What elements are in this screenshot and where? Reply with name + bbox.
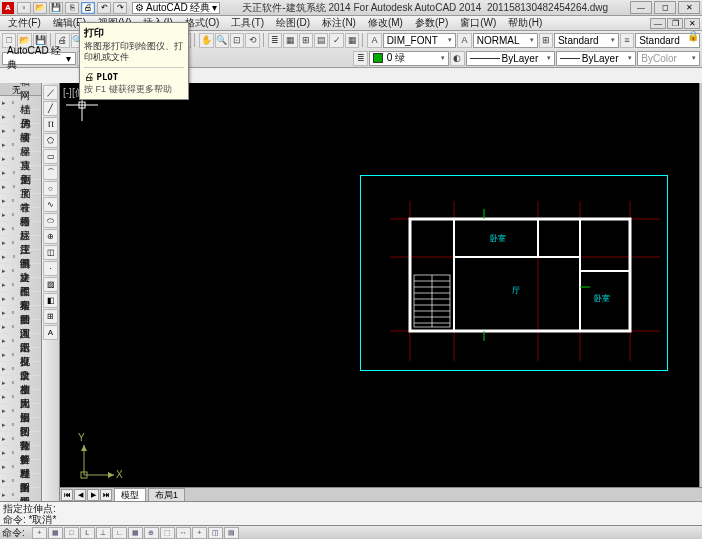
doc-minimize-button[interactable]: —: [650, 18, 666, 29]
vt-region-icon[interactable]: ◧: [43, 293, 58, 308]
autocad-logo-icon[interactable]: A: [2, 2, 14, 14]
tb-markup-icon[interactable]: ✓: [329, 33, 343, 48]
menu-modify[interactable]: 修改(M): [362, 16, 409, 30]
status-toggle-6[interactable]: ▦: [128, 527, 143, 539]
doc-restore-button[interactable]: ❐: [667, 18, 683, 29]
status-toggle-2[interactable]: □: [64, 527, 79, 539]
vt-arc-icon[interactable]: ⌒: [43, 165, 58, 180]
cmd-history-2: 命令: *取消*: [3, 514, 56, 525]
tb-props-icon[interactable]: ≣: [268, 33, 282, 48]
vt-insert-icon[interactable]: ⊕: [43, 229, 58, 244]
tb-dc-icon[interactable]: ▦: [283, 33, 297, 48]
status-toggle-1[interactable]: ▦: [48, 527, 63, 539]
maximize-button[interactable]: ◻: [654, 1, 676, 14]
menu-dim[interactable]: 标注(N): [316, 16, 362, 30]
drawing-canvas[interactable]: [-][俯视][二维线框]: [60, 83, 702, 501]
menu-draw[interactable]: 绘图(D): [270, 16, 316, 30]
doc-close-button[interactable]: ✕: [684, 18, 700, 29]
textstyle-dropdown[interactable]: NORMAL▾: [473, 33, 538, 48]
tooltip-title: 打印: [84, 26, 184, 40]
title-bar: A ▫ 📂 💾 ⎘ 🖨 ↶ ↷ ⚙AutoCAD 经典▾ 天正软件-建筑系统 2…: [0, 0, 702, 16]
status-toggle-7[interactable]: ⊕: [144, 527, 159, 539]
left-tool-panel: 无… ▸▫轴网柱子▸▫墙 体▸▫门 窗▸▫房间屋顶▸▫楼梯其他▸▫立 面▸▫剖 …: [0, 83, 42, 501]
workspace-dropdown[interactable]: AutoCAD 经典▾: [2, 52, 76, 65]
dimstyle-dropdown[interactable]: DIM_FONT▾: [383, 33, 457, 48]
qat-open-icon[interactable]: 📂: [33, 2, 47, 14]
vt-rect-icon[interactable]: ▭: [43, 149, 58, 164]
tb-tool-icon[interactable]: ⊞: [299, 33, 313, 48]
qat-redo-icon[interactable]: ↷: [113, 2, 127, 14]
tb-zoomwin-icon[interactable]: ⊡: [230, 33, 244, 48]
qat-new-icon[interactable]: ▫: [17, 2, 31, 14]
workspace-name: AutoCAD 经典: [146, 1, 210, 15]
tb-table-icon[interactable]: ⊞: [539, 33, 553, 48]
minimize-button[interactable]: —: [630, 1, 652, 14]
vt-hatch-icon[interactable]: ▨: [43, 277, 58, 292]
tab-prev-icon[interactable]: ◀: [74, 489, 86, 501]
quick-workspace-dropdown[interactable]: ⚙AutoCAD 经典▾: [132, 2, 220, 14]
vt-pline-icon[interactable]: Ⲡ: [43, 117, 58, 132]
svg-marker-32: [108, 472, 114, 478]
layer-prop-icon[interactable]: ≣: [353, 51, 367, 66]
tab-last-icon[interactable]: ⏭: [100, 489, 112, 501]
tab-model[interactable]: 模型: [114, 488, 146, 501]
tb-sheet-icon[interactable]: ▤: [314, 33, 328, 48]
vt-point-icon[interactable]: ·: [43, 261, 58, 276]
tb-zoom-icon[interactable]: 🔍: [215, 33, 229, 48]
main-area: 无… ▸▫轴网柱子▸▫墙 体▸▫门 窗▸▫房间屋顶▸▫楼梯其他▸▫立 面▸▫剖 …: [0, 83, 702, 501]
tb-ml-icon[interactable]: ≡: [620, 33, 634, 48]
status-toggle-9[interactable]: ↔: [176, 527, 191, 539]
print-tooltip: 打印 将图形打印到绘图仪、打印机或文件 🖨 PLOT 按 F1 键获得更多帮助: [79, 22, 189, 100]
floor-plan-drawing: 卧室 厅 卧室: [390, 201, 660, 361]
linetype-dropdown[interactable]: ByLayer▾: [466, 51, 555, 66]
status-toggle-12[interactable]: ▤: [224, 527, 239, 539]
tb-pan-icon[interactable]: ✋: [199, 33, 213, 48]
ucs-icon: X Y: [78, 431, 128, 481]
status-toggle-10[interactable]: +: [192, 527, 207, 539]
toolbar-lock-icon[interactable]: 🔒: [687, 30, 701, 44]
color-dropdown[interactable]: ByColor▾: [637, 51, 700, 66]
tab-first-icon[interactable]: ⏮: [61, 489, 73, 501]
vt-spline-icon[interactable]: ∿: [43, 197, 58, 212]
status-toggle-8[interactable]: ⬚: [160, 527, 175, 539]
command-window[interactable]: 指定拉伸点: 命令: *取消*: [0, 501, 702, 525]
tb-zoomprev-icon[interactable]: ⟲: [245, 33, 259, 48]
menu-help[interactable]: 帮助(H): [502, 16, 548, 30]
vt-table2-icon[interactable]: ⊞: [43, 309, 58, 324]
qat-print-icon[interactable]: 🖨: [81, 2, 95, 14]
status-toggle-11[interactable]: ◫: [208, 527, 223, 539]
layer-iso-icon[interactable]: ◐: [450, 51, 464, 66]
qat-saveas-icon[interactable]: ⎘: [65, 2, 79, 14]
menu-window[interactable]: 窗口(W): [454, 16, 502, 30]
status-toggle-5[interactable]: ∟: [112, 527, 127, 539]
tooltip-command: 🖨 PLOT: [84, 71, 184, 82]
status-toggle-0[interactable]: +: [32, 527, 47, 539]
vt-ellipse-icon[interactable]: ⬭: [43, 213, 58, 228]
room-label-3: 卧室: [594, 294, 610, 303]
status-toggle-3[interactable]: L: [80, 527, 95, 539]
close-button[interactable]: ✕: [678, 1, 700, 14]
qat-undo-icon[interactable]: ↶: [97, 2, 111, 14]
lineweight-dropdown[interactable]: ByLayer▾: [556, 51, 636, 66]
vt-block-icon[interactable]: ◫: [43, 245, 58, 260]
menu-tools[interactable]: 工具(T): [225, 16, 270, 30]
tb-text-icon[interactable]: A: [457, 33, 471, 48]
vt-xline-icon[interactable]: ╱: [43, 101, 58, 116]
menu-param[interactable]: 参数(P): [409, 16, 454, 30]
vt-line-icon[interactable]: ／: [43, 85, 58, 100]
tb-dim-icon[interactable]: A: [367, 33, 381, 48]
menu-file[interactable]: 文件(F): [2, 16, 47, 30]
tablestyle-dropdown[interactable]: Standard▾: [554, 33, 619, 48]
qat-save-icon[interactable]: 💾: [49, 2, 63, 14]
vt-text2-icon[interactable]: A: [43, 325, 58, 340]
tab-layout1[interactable]: 布局1: [148, 488, 185, 501]
window-title: 天正软件-建筑系统 2014 For Autodesk AutoCAD 2014…: [220, 1, 630, 15]
layer-dropdown[interactable]: 0 绿▾: [369, 51, 449, 66]
cmd-prompt[interactable]: 命令:: [2, 526, 25, 540]
tb-calc-icon[interactable]: ▦: [345, 33, 359, 48]
status-toggle-4[interactable]: ⊥: [96, 527, 111, 539]
vt-circle-icon[interactable]: ○: [43, 181, 58, 196]
tab-next-icon[interactable]: ▶: [87, 489, 99, 501]
vt-polygon-icon[interactable]: ⬠: [43, 133, 58, 148]
room-label-1: 卧室: [490, 234, 506, 243]
